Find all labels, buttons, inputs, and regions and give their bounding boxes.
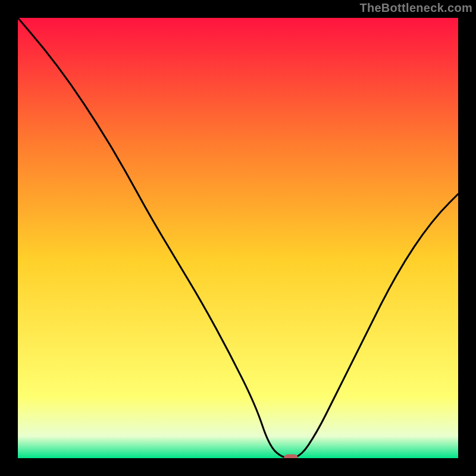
- plot-area: [18, 18, 458, 458]
- gradient-rect: [18, 18, 458, 458]
- optimal-marker: [284, 455, 298, 459]
- chart-frame: TheBottleneck.com: [0, 0, 476, 476]
- watermark-text: TheBottleneck.com: [359, 1, 472, 15]
- chart-svg: [18, 18, 458, 458]
